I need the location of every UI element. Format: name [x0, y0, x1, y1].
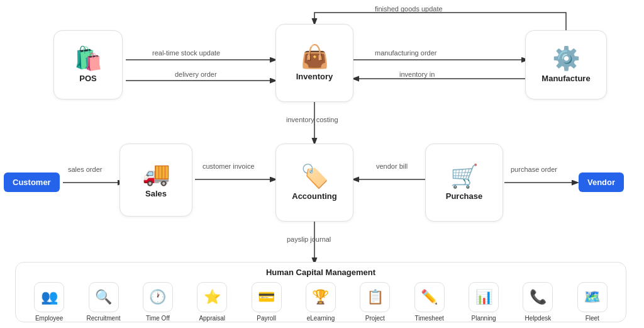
hcm-item-project: 📋 Project: [350, 282, 400, 322]
label-payslip-journal: payslip journal: [287, 235, 331, 243]
elearning-label: eLearning: [307, 315, 335, 322]
label-inventory-in: inventory in: [399, 71, 435, 78]
planning-label: Planning: [472, 315, 496, 322]
hcm-item-employee: 👥 Employee: [24, 282, 74, 322]
employee-icon: 👥: [34, 282, 64, 312]
project-label: Project: [365, 315, 385, 322]
helpdesk-label: Helpdesk: [525, 315, 552, 322]
recruitment-icon: 🔍: [89, 282, 119, 312]
label-purchase-order: purchase order: [511, 166, 557, 173]
module-manufacture: ⚙️ Manufacture: [525, 30, 607, 99]
hcm-item-planning: 📊 Planning: [458, 282, 509, 322]
timeoff-icon: 🕐: [143, 282, 173, 312]
label-sales-order: sales order: [68, 166, 102, 173]
sales-icon: 🚚: [142, 162, 170, 185]
label-customer-invoice: customer invoice: [203, 162, 255, 170]
hcm-item-elearning: 🏆 eLearning: [296, 282, 346, 322]
accounting-label: Accounting: [292, 191, 337, 201]
label-delivery-order: delivery order: [175, 71, 217, 78]
customer-label: Customer: [13, 178, 51, 187]
elearning-icon: 🏆: [306, 282, 336, 312]
manufacture-label: Manufacture: [541, 74, 590, 83]
accounting-icon: 🏷️: [301, 165, 329, 188]
diagram-container: 🛍️ POS 👜 Inventory ⚙️ Manufacture 🚚 Sale…: [0, 0, 644, 328]
recruitment-label: Recruitment: [87, 315, 121, 322]
module-sales: 🚚 Sales: [119, 144, 192, 217]
pos-label: POS: [79, 74, 96, 83]
label-vendor-bill: vendor bill: [376, 162, 408, 170]
timeoff-label: Time Off: [146, 315, 170, 322]
sales-label: Sales: [145, 189, 167, 198]
inventory-icon: 👜: [301, 45, 329, 68]
hcm-icons-row: 👥 Employee 🔍 Recruitment 🕐 Time Off ⭐ Ap…: [16, 280, 626, 328]
hcm-item-appraisal: ⭐ Appraisal: [187, 282, 237, 322]
purchase-label: Purchase: [446, 191, 483, 201]
purchase-icon: 🛒: [450, 165, 479, 188]
payroll-icon: 💳: [252, 282, 282, 312]
inventory-label: Inventory: [296, 72, 333, 81]
hcm-item-timesheet: ✏️ Timesheet: [404, 282, 455, 322]
module-inventory: 👜 Inventory: [275, 24, 353, 102]
hcm-item-recruitment: 🔍 Recruitment: [79, 282, 129, 322]
manufacture-icon: ⚙️: [552, 47, 580, 70]
timesheet-label: Timesheet: [415, 315, 444, 322]
hcm-item-payroll: 💳 Payroll: [242, 282, 292, 322]
actor-customer[interactable]: Customer: [4, 172, 60, 192]
planning-icon: 📊: [469, 282, 499, 312]
module-purchase: 🛒 Purchase: [425, 144, 503, 222]
employee-label: Employee: [35, 315, 63, 322]
pos-icon: 🛍️: [74, 47, 103, 70]
appraisal-icon: ⭐: [197, 282, 227, 312]
vendor-label: Vendor: [587, 178, 615, 187]
label-manufacturing-order: manufacturing order: [375, 49, 436, 57]
label-finished-goods: finished goods update: [375, 5, 443, 13]
module-pos: 🛍️ POS: [53, 30, 123, 99]
project-icon: 📋: [360, 282, 390, 312]
appraisal-label: Appraisal: [199, 315, 225, 322]
hcm-section: Human Capital Management 👥 Employee 🔍 Re…: [15, 262, 626, 322]
payroll-label: Payroll: [257, 315, 276, 322]
hcm-item-helpdesk: 📞 Helpdesk: [513, 282, 563, 322]
timesheet-icon: ✏️: [414, 282, 445, 312]
hcm-item-timeoff: 🕐 Time Off: [133, 282, 183, 322]
fleet-icon: 🗺️: [577, 282, 608, 312]
hcm-title: Human Capital Management: [16, 263, 626, 280]
fleet-label: Fleet: [586, 315, 599, 322]
hcm-item-fleet: 🗺️ Fleet: [567, 282, 618, 322]
module-accounting: 🏷️ Accounting: [275, 144, 353, 222]
actor-vendor[interactable]: Vendor: [579, 172, 624, 192]
helpdesk-icon: 📞: [523, 282, 553, 312]
label-inventory-costing: inventory costing: [286, 116, 338, 123]
label-real-time-stock: real-time stock update: [152, 49, 220, 57]
